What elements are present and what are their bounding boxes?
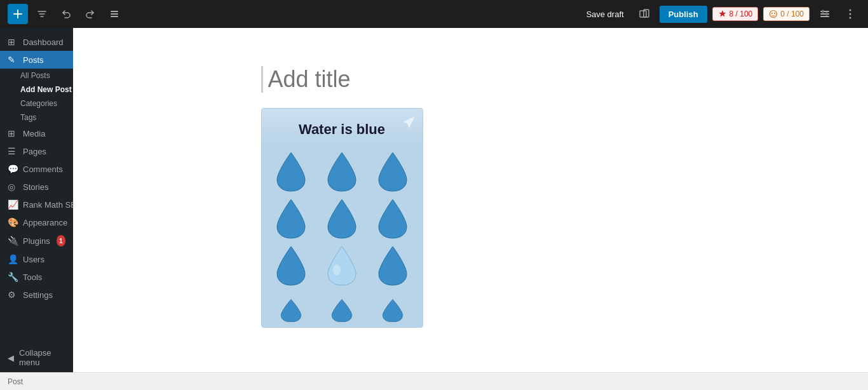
water-drop-1 [267, 149, 315, 194]
media-icon: ⊞ [8, 128, 18, 138]
sidebar-media-label: Media [23, 129, 45, 138]
sidebar-item-stories[interactable]: ◎ Stories [0, 178, 73, 196]
toolbar-right: Save draft Publish 8 / 100 0 / 100 [581, 4, 860, 24]
svg-rect-11 [822, 10, 824, 13]
more-options-button[interactable] [840, 4, 860, 24]
svg-rect-10 [820, 16, 829, 17]
users-icon: 👤 [8, 254, 18, 264]
collapse-label: Collapse menu [19, 348, 65, 367]
svg-rect-1 [111, 13, 118, 15]
collapse-icon: ◀ [8, 353, 14, 363]
seo-score-button[interactable]: 8 / 100 [712, 7, 759, 21]
main-layout: ⊞ Dashboard ✎ Posts All Posts Add New Po… [0, 28, 868, 372]
water-drop-11 [318, 290, 366, 322]
tools-button[interactable] [32, 4, 52, 24]
preview-button[interactable] [634, 4, 654, 24]
water-drop-6 [369, 196, 417, 241]
svg-rect-9 [820, 13, 829, 15]
sidebar-item-appearance[interactable]: 🎨 Appearance [0, 213, 73, 231]
svg-rect-12 [826, 13, 827, 15]
water-drop-4 [267, 196, 315, 241]
water-drop-2 [318, 149, 366, 194]
sidebar-posts-label: Posts [23, 55, 44, 65]
sidebar-pages-label: Pages [23, 147, 46, 156]
status-bar: Post [0, 372, 868, 390]
plugins-icon: 🔌 [8, 236, 18, 246]
svg-point-14 [850, 13, 851, 15]
comments-icon: 💬 [8, 164, 18, 174]
settings-icon: ⚙ [8, 290, 18, 300]
water-drop-10 [267, 290, 315, 322]
seo-score-value: 8 / 100 [729, 10, 753, 18]
svg-point-13 [850, 10, 851, 11]
sidebar: ⊞ Dashboard ✎ Posts All Posts Add New Po… [0, 28, 73, 372]
sidebar-dashboard-label: Dashboard [23, 37, 64, 47]
sidebar-users-label: Users [23, 255, 44, 264]
story-card-title: Water is blue [275, 121, 410, 138]
rank-math-icon: 📈 [8, 199, 18, 210]
stories-icon: ◎ [8, 182, 18, 192]
sidebar-item-categories[interactable]: Categories [0, 97, 73, 111]
sidebar-appearance-label: Appearance [23, 218, 67, 227]
water-drop-3 [369, 149, 417, 194]
story-card: Water is blue [261, 108, 423, 328]
sidebar-item-settings[interactable]: ⚙ Settings [0, 286, 73, 304]
sidebar-collapse-menu[interactable]: ◀ Collapse menu [0, 343, 73, 372]
story-card-body [262, 144, 423, 327]
svg-rect-3 [640, 11, 646, 17]
undo-button[interactable] [56, 4, 76, 24]
publish-button[interactable]: Publish [660, 6, 707, 23]
svg-rect-8 [820, 11, 829, 12]
sidebar-item-tools[interactable]: 🔧 Tools [0, 268, 73, 286]
sidebar-item-tags[interactable]: Tags [0, 111, 73, 124]
svg-point-15 [850, 17, 851, 19]
sidebar-tools-label: Tools [23, 272, 42, 282]
readability-score-value: 0 / 100 [780, 10, 804, 18]
svg-rect-2 [111, 16, 118, 17]
dashboard-icon: ⊞ [8, 37, 18, 47]
toolbar: Save draft Publish 8 / 100 0 / 100 [0, 0, 868, 28]
svg-point-6 [771, 13, 773, 14]
water-drop-8 [318, 243, 366, 288]
tools-icon: 🔧 [8, 272, 18, 282]
sidebar-item-add-new-post[interactable]: Add New Post [0, 83, 73, 97]
sidebar-item-media[interactable]: ⊞ Media [0, 124, 73, 142]
plugins-badge: 1 [57, 235, 65, 246]
sidebar-rank-math-label: Rank Math SEO [23, 200, 73, 210]
readability-score-button[interactable]: 0 / 100 [763, 7, 810, 21]
settings-panel-button[interactable] [815, 4, 835, 24]
sidebar-item-users[interactable]: 👤 Users [0, 250, 73, 268]
sidebar-stories-label: Stories [23, 182, 48, 192]
sidebar-settings-label: Settings [23, 290, 53, 300]
water-drop-9 [369, 243, 417, 288]
post-title-input[interactable] [261, 66, 681, 93]
list-view-button[interactable] [104, 4, 125, 24]
story-card-header: Water is blue [262, 109, 423, 144]
water-drop-7 [267, 243, 315, 288]
sidebar-item-all-posts[interactable]: All Posts [0, 69, 73, 83]
send-icon [403, 116, 415, 130]
svg-rect-0 [111, 11, 118, 12]
sidebar-section-top: ⊞ Dashboard ✎ Posts All Posts Add New Po… [0, 28, 73, 309]
add-block-button[interactable] [8, 4, 28, 24]
editor-canvas: Water is blue [236, 28, 706, 353]
sidebar-item-dashboard[interactable]: ⊞ Dashboard [0, 33, 73, 51]
pages-icon: ☰ [8, 146, 18, 156]
editor-area: Water is blue [73, 28, 868, 372]
appearance-icon: 🎨 [8, 217, 18, 227]
posts-icon: ✎ [8, 55, 18, 65]
sidebar-item-comments[interactable]: 💬 Comments [0, 160, 73, 178]
sidebar-item-rank-math-seo[interactable]: 📈 Rank Math SEO [0, 196, 73, 213]
water-drop-12 [369, 290, 417, 322]
redo-button[interactable] [80, 4, 100, 24]
svg-point-7 [774, 13, 775, 14]
save-draft-button[interactable]: Save draft [581, 7, 628, 22]
sidebar-item-posts[interactable]: ✎ Posts [0, 51, 73, 69]
sidebar-plugins-label: Plugins [23, 236, 50, 246]
sidebar-item-pages[interactable]: ☰ Pages [0, 142, 73, 160]
sidebar-comments-label: Comments [23, 165, 63, 174]
water-drop-5 [318, 196, 366, 241]
svg-point-5 [770, 11, 777, 18]
status-bar-label: Post [8, 377, 23, 386]
sidebar-item-plugins[interactable]: 🔌 Plugins 1 [0, 231, 73, 250]
